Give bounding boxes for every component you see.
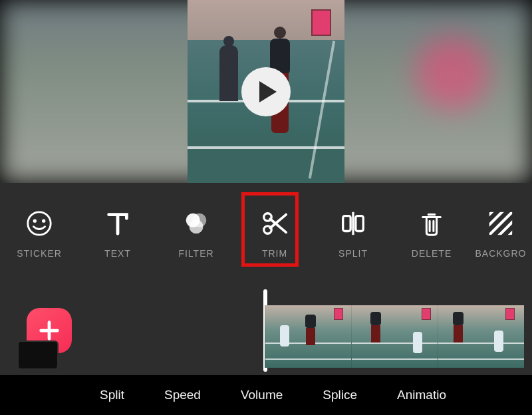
tool-label: TRIM <box>262 248 287 259</box>
bottom-animation[interactable]: Animatio <box>397 388 446 402</box>
tool-trim[interactable]: TRIM <box>235 209 314 259</box>
tool-filter[interactable]: FILTER <box>157 209 235 259</box>
video-preview <box>0 0 532 183</box>
tool-label: FILTER <box>178 248 213 259</box>
tool-label: TEXT <box>104 248 131 259</box>
svg-rect-8 <box>343 216 350 231</box>
bottom-split[interactable]: Split <box>100 388 124 402</box>
svg-point-2 <box>42 219 45 223</box>
bottom-splice[interactable]: Splice <box>323 388 357 402</box>
bottom-bar: Split Speed Volume Splice Animatio <box>0 375 532 415</box>
stripes-icon <box>487 209 515 237</box>
smiley-icon <box>25 209 53 237</box>
tool-sticker[interactable]: STICKER <box>0 209 78 259</box>
tool-delete[interactable]: DELETE <box>392 209 471 259</box>
timeline <box>0 285 532 375</box>
play-button[interactable] <box>241 67 291 116</box>
tool-text[interactable]: TEXT <box>78 209 157 259</box>
clip-thumb[interactable] <box>438 305 524 368</box>
tool-label: STICKER <box>17 248 62 259</box>
plus-icon <box>37 318 62 343</box>
bottom-speed[interactable]: Speed <box>164 388 201 402</box>
bottom-volume[interactable]: Volume <box>241 388 283 402</box>
clip-thumb[interactable] <box>351 305 438 368</box>
tool-label: BACKGRO <box>475 248 526 259</box>
tool-toolbar: STICKER TEXT FILTER TRIM SPLIT DELETE BA… <box>0 183 532 285</box>
svg-point-1 <box>33 219 37 223</box>
svg-point-5 <box>190 219 203 233</box>
tool-split[interactable]: SPLIT <box>314 209 392 259</box>
svg-point-0 <box>28 212 51 235</box>
tool-background[interactable]: BACKGRO <box>471 209 531 259</box>
clip-thumbnails[interactable] <box>265 305 524 368</box>
play-icon <box>259 81 277 102</box>
trash-icon <box>418 209 446 237</box>
split-icon <box>339 209 367 237</box>
tool-label: SPLIT <box>338 248 368 259</box>
mini-preview <box>17 341 59 370</box>
clip-thumb[interactable] <box>265 305 351 368</box>
text-icon <box>104 209 132 237</box>
svg-rect-9 <box>356 216 363 231</box>
tool-label: DELETE <box>412 248 452 259</box>
scissors-icon <box>261 209 289 237</box>
filter-icon <box>182 209 210 237</box>
